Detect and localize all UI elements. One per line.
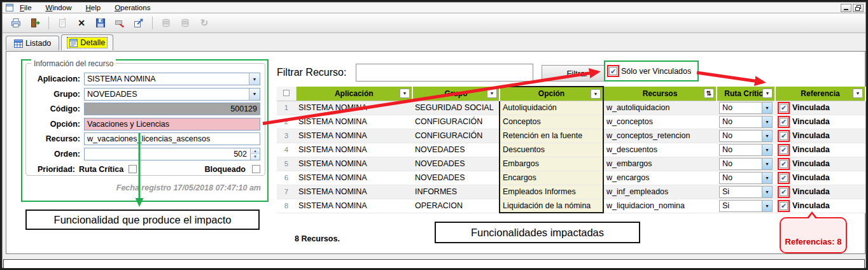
refresh-button[interactable]: ↻ <box>196 15 213 31</box>
cell-opcion[interactable]: Empleados Informes <box>500 185 603 199</box>
exit-button[interactable] <box>27 15 43 31</box>
cell-opcion[interactable]: Conceptos <box>500 115 603 129</box>
cell-referencia[interactable]: ✔Vinculada <box>775 171 865 185</box>
chevron-down-icon[interactable]: ▼ <box>762 187 772 197</box>
filter-button[interactable]: Filtrar <box>542 65 613 82</box>
cell-recurso[interactable]: w_autoliquidacion <box>603 101 717 115</box>
chevron-down-icon[interactable]: ▼ <box>762 117 772 127</box>
cell-aplicacion[interactable]: SISTEMA NOMINA <box>296 185 412 199</box>
table-row[interactable]: 8 SISTEMA NOMINA OPERACION Liquidación d… <box>277 199 865 213</box>
cell-ruta-critica[interactable]: No▼ <box>717 129 775 143</box>
cell-opcion[interactable]: Embargos <box>500 157 603 171</box>
cell-referencia[interactable]: ✔Vinculada <box>775 157 865 171</box>
cell-aplicacion[interactable]: SISTEMA NOMINA <box>296 199 412 213</box>
cell-recurso[interactable]: w_descuentos <box>603 143 717 157</box>
chevron-down-icon[interactable]: ▼ <box>762 131 772 141</box>
select-all-header[interactable] <box>277 87 296 101</box>
filter-dropdown-icon[interactable]: ▼ <box>853 89 863 98</box>
cell-ruta-critica[interactable]: No▼ <box>717 157 775 171</box>
vinculada-checkbox[interactable]: ✔ <box>780 118 788 126</box>
menu-help[interactable]: Help <box>85 4 101 11</box>
cell-opcion[interactable]: Encargos <box>500 171 603 185</box>
spin-down-icon[interactable]: ▼ <box>251 154 260 160</box>
chevron-down-icon[interactable]: ▼ <box>249 73 260 85</box>
ruta-critica-checkbox[interactable] <box>129 165 137 173</box>
col-referencia[interactable]: Referencia▼ <box>775 87 865 101</box>
cell-grupo[interactable]: NOVEDADES <box>412 171 500 185</box>
cell-referencia[interactable]: ✔Vinculada <box>775 115 865 129</box>
chevron-down-icon[interactable]: ▼ <box>762 173 772 183</box>
stack-button-1[interactable] <box>158 15 174 31</box>
chevron-down-icon[interactable]: ▼ <box>249 89 260 100</box>
table-row[interactable]: 2 SISTEMA NOMINA CONFIGURACIÓN Conceptos… <box>277 115 865 129</box>
cell-opcion[interactable]: Descuentos <box>500 143 603 157</box>
filter-dropdown-icon[interactable]: ▼ <box>762 89 773 98</box>
chevron-down-icon[interactable]: ▼ <box>762 159 772 169</box>
table-row[interactable]: 7 SISTEMA NOMINA INFORMES Empleados Info… <box>277 185 865 199</box>
cell-grupo[interactable]: NOVEDADES <box>412 157 500 171</box>
menu-window[interactable]: Window <box>46 4 72 11</box>
recurso-field[interactable]: w_vacaciones_licencias_ascensos <box>84 132 260 145</box>
sort-icon[interactable]: ⇅ <box>704 89 714 98</box>
cell-ruta-critica[interactable]: No▼ <box>717 171 775 185</box>
save-button[interactable] <box>92 15 109 31</box>
vinculada-checkbox[interactable]: ✔ <box>780 202 788 210</box>
cell-ruta-critica[interactable]: Si▼ <box>717 199 775 213</box>
vinculada-checkbox[interactable]: ✔ <box>780 188 788 196</box>
bloqueado-checkbox[interactable] <box>252 165 260 173</box>
tab-listado[interactable]: Listado <box>6 36 59 50</box>
cell-referencia[interactable]: ✔Vinculada <box>775 143 865 157</box>
stack-button-2[interactable] <box>177 15 193 31</box>
table-row[interactable]: 3 SISTEMA NOMINA CONFIGURACIÓN Retención… <box>277 129 865 143</box>
cell-recurso[interactable]: w_conceptos_retencion <box>603 129 717 143</box>
cell-recurso[interactable]: w_embargos <box>603 157 717 171</box>
delete-button[interactable]: ✕ <box>73 15 90 31</box>
vinculada-checkbox[interactable]: ✔ <box>780 174 788 182</box>
chevron-down-icon[interactable]: ▼ <box>762 145 772 155</box>
col-aplicacion[interactable]: Aplicación▼ <box>296 87 412 101</box>
cell-opcion[interactable]: Autoliquidación <box>500 101 603 115</box>
cell-referencia[interactable]: ✔Vinculada <box>775 129 865 143</box>
export-button[interactable] <box>130 15 147 31</box>
cell-aplicacion[interactable]: SISTEMA NOMINA <box>296 101 412 115</box>
cell-grupo[interactable]: SEGURIDAD SOCIAL <box>412 101 500 115</box>
vinculada-checkbox[interactable]: ✔ <box>780 160 788 168</box>
cell-aplicacion[interactable]: SISTEMA NOMINA <box>296 115 412 129</box>
col-opcion[interactable]: Opción▼ <box>500 87 603 101</box>
vinculada-checkbox[interactable]: ✔ <box>780 104 788 112</box>
cell-recurso[interactable]: w_encargos <box>603 171 717 185</box>
cell-ruta-critica[interactable]: No▼ <box>717 101 775 115</box>
table-row[interactable]: 1 SISTEMA NOMINA SEGURIDAD SOCIAL Autoli… <box>277 101 865 115</box>
print-button[interactable] <box>8 15 24 31</box>
solo-ver-vinculados-checkbox[interactable]: ✔ <box>609 67 617 75</box>
cell-ruta-critica[interactable]: No▼ <box>717 143 775 157</box>
aplicacion-dropdown[interactable]: SISTEMA NOMINA ▼ <box>84 73 260 85</box>
filter-dropdown-icon[interactable]: ▼ <box>400 89 410 98</box>
cell-recurso[interactable]: w_inf_empleados <box>603 185 717 199</box>
vinculada-checkbox[interactable]: ✔ <box>780 132 788 140</box>
table-row[interactable]: 6 SISTEMA NOMINA NOVEDADES Encargos w_en… <box>277 171 865 185</box>
minimize-button[interactable] <box>841 4 851 12</box>
cell-grupo[interactable]: INFORMES <box>412 185 500 199</box>
table-row[interactable]: 4 SISTEMA NOMINA NOVEDADES Descuentos w_… <box>277 143 865 157</box>
cell-referencia[interactable]: ✔Vinculada <box>775 101 865 115</box>
cell-aplicacion[interactable]: SISTEMA NOMINA <box>296 171 412 185</box>
filter-dropdown-icon[interactable]: ▼ <box>487 89 497 98</box>
restore-button[interactable] <box>853 4 864 12</box>
cell-ruta-critica[interactable]: Si▼ <box>717 185 775 199</box>
cell-recurso[interactable]: w_conceptos <box>603 115 717 129</box>
cell-grupo[interactable]: NOVEDADES <box>412 143 500 157</box>
filter-input[interactable] <box>356 64 533 82</box>
cell-referencia[interactable]: ✔Vinculada <box>775 199 865 213</box>
col-ruta-critica[interactable]: Ruta Crítica▼ <box>717 87 775 101</box>
grupo-dropdown[interactable]: NOVEDADES ▼ <box>84 88 260 101</box>
vinculada-checkbox[interactable]: ✔ <box>780 146 788 154</box>
cell-opcion[interactable]: Liquidación de la nómina <box>500 199 603 213</box>
cell-aplicacion[interactable]: SISTEMA NOMINA <box>296 157 412 171</box>
cell-referencia[interactable]: ✔Vinculada <box>775 185 865 199</box>
col-recursos[interactable]: Recursos⇅ <box>603 87 717 101</box>
chevron-down-icon[interactable]: ▼ <box>762 103 772 113</box>
cell-grupo[interactable]: OPERACION <box>412 199 500 213</box>
cell-opcion[interactable]: Retención en la fuente <box>500 129 603 143</box>
tab-detalle[interactable]: Detalle <box>61 34 113 50</box>
